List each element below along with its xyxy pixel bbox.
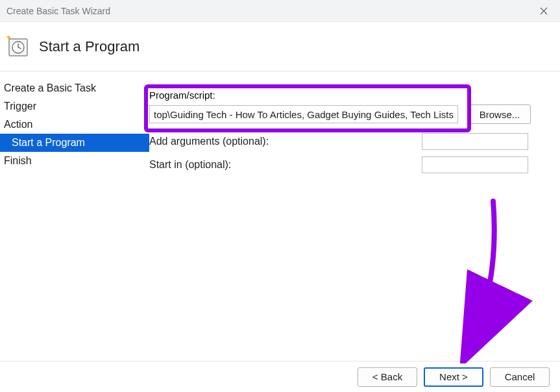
- sidebar-item-action[interactable]: Action: [0, 116, 149, 134]
- wizard-steps-sidebar: Create a Basic Task Trigger Action Start…: [0, 71, 149, 361]
- program-script-input[interactable]: [149, 105, 458, 123]
- page-title: Start a Program: [39, 38, 140, 55]
- add-arguments-label: Add arguments (optional):: [149, 136, 422, 147]
- sidebar-item-trigger[interactable]: Trigger: [0, 97, 149, 116]
- back-button[interactable]: < Back: [358, 367, 417, 387]
- start-in-input[interactable]: [422, 156, 528, 173]
- sidebar-item-finish[interactable]: Finish: [0, 152, 149, 170]
- next-button[interactable]: Next >: [424, 367, 483, 387]
- form-panel: Program/script: Browse... Add arguments …: [149, 71, 560, 361]
- annotation-arrow: [415, 195, 545, 363]
- wizard-footer: < Back Next > Cancel: [0, 361, 560, 392]
- browse-button[interactable]: Browse...: [469, 104, 531, 124]
- sidebar-item-create-task[interactable]: Create a Basic Task: [0, 79, 149, 97]
- wizard-header: Start a Program: [0, 22, 560, 71]
- start-in-label: Start in (optional):: [149, 159, 422, 171]
- titlebar: Create Basic Task Wizard: [0, 0, 560, 22]
- sidebar-item-start-program[interactable]: Start a Program: [0, 134, 149, 152]
- clock-icon: [6, 35, 30, 58]
- program-script-label: Program/script:: [149, 90, 542, 101]
- close-icon[interactable]: [534, 1, 554, 21]
- window-title: Create Basic Task Wizard: [6, 6, 534, 16]
- cancel-button[interactable]: Cancel: [490, 367, 550, 387]
- add-arguments-input[interactable]: [422, 133, 528, 150]
